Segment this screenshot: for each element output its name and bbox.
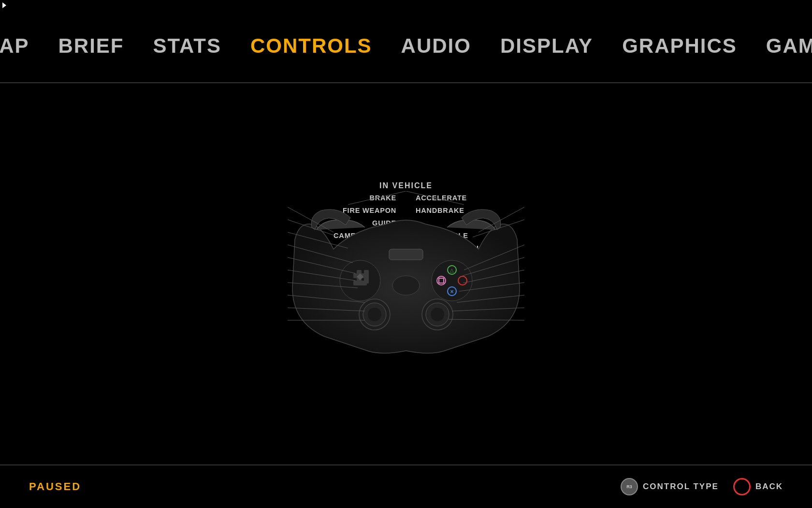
back-label: BACK [755,482,783,492]
svg-line-41 [348,191,406,205]
nav-item-graphics[interactable]: Graphics [622,34,737,58]
nav-bar: MapBriefStatsControlsAudioDisplayGraphic… [0,0,812,82]
svg-point-12 [458,276,467,285]
paused-status: PAUSED [29,480,81,493]
control-type-button[interactable]: R3 CONTROL TYPE [621,478,719,495]
svg-rect-0 [389,249,423,260]
nav-item-controls[interactable]: Controls [250,34,372,58]
main-content: IN VEHICLE BRAKE FIRE WEAPON GUIDE CAMER… [0,83,812,465]
nav-item-brief[interactable]: Brief [58,34,124,58]
circle-icon [733,478,751,495]
back-button[interactable]: BACK [733,478,783,495]
nav-item-stats[interactable]: Stats [153,34,221,58]
control-type-label: CONTROL TYPE [643,482,719,492]
controller-diagram: △ × [285,191,527,358]
svg-point-21 [392,276,420,295]
svg-text:△: △ [450,268,454,273]
nav-item-audio[interactable]: Audio [401,34,471,58]
svg-point-10 [437,276,446,285]
svg-point-17 [368,308,381,321]
svg-point-20 [431,308,444,321]
svg-text:×: × [450,288,453,295]
nav-item-map[interactable]: Map [0,34,29,58]
footer-controls: R3 CONTROL TYPE BACK [621,478,783,495]
nav-item-game[interactable]: Game [766,34,812,58]
labels-area: IN VEHICLE BRAKE FIRE WEAPON GUIDE CAMER… [140,181,672,375]
footer: PAUSED R3 CONTROL TYPE BACK [0,464,812,508]
svg-line-42 [406,191,464,205]
in-vehicle-label: IN VEHICLE [379,181,433,190]
r3-icon: R3 [621,478,638,495]
nav-item-display[interactable]: Display [500,34,593,58]
svg-rect-5 [364,270,369,284]
